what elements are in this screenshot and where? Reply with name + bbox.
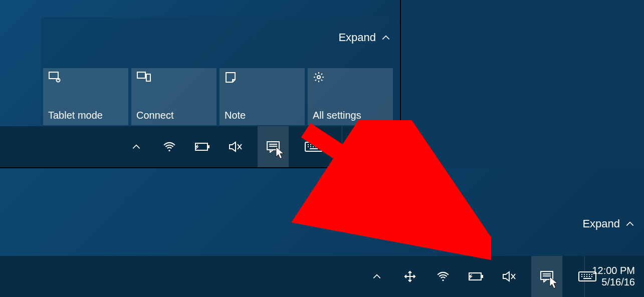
chevron-up-icon	[131, 142, 141, 152]
note-icon	[225, 71, 239, 85]
quick-action-tiles: Tablet mode Connect Note All settings	[43, 68, 393, 125]
expand-label: Expand	[338, 31, 376, 44]
tile-tablet-mode[interactable]: Tablet mode	[43, 68, 128, 125]
chevron-up-icon	[625, 219, 635, 229]
touch-keyboard-icon	[305, 142, 323, 152]
mouse-cursor-icon	[549, 276, 558, 289]
taskbar-clock-after[interactable]: 12:00 PM 5/16/16	[584, 256, 640, 297]
expand-label: Expand	[582, 217, 620, 230]
battery-button[interactable]	[465, 265, 487, 287]
clock-time: 11:07 AM	[349, 135, 392, 147]
taskbar-after: 12:00 PM 5/16/16	[0, 256, 644, 297]
tablet-mode-icon	[48, 71, 62, 85]
tile-label: Connect	[136, 110, 174, 121]
tile-connect[interactable]: Connect	[131, 68, 217, 125]
system-tray-after	[366, 256, 601, 297]
volume-muted-icon	[229, 141, 243, 153]
tile-note[interactable]: Note	[220, 68, 305, 125]
wifi-icon	[437, 270, 450, 283]
clock-date: 5/16/16	[358, 147, 392, 158]
tray-overflow-button[interactable]	[366, 265, 388, 287]
volume-muted-icon	[502, 270, 516, 282]
move-icon	[404, 270, 416, 282]
tile-label: All settings	[313, 110, 361, 121]
wifi-button[interactable]	[432, 265, 454, 287]
tile-label: Note	[225, 110, 246, 121]
touch-keyboard-button[interactable]	[300, 126, 328, 167]
move-button[interactable]	[399, 265, 421, 287]
battery-charging-icon	[469, 272, 484, 280]
action-center-panel: Expand Tablet mode Connect Note All sett…	[41, 17, 400, 127]
clock-time: 12:00 PM	[592, 265, 635, 276]
after-region: Expand 12:00 PM 5/16/16	[0, 168, 644, 297]
volume-button[interactable]	[498, 265, 520, 287]
connect-icon	[136, 71, 150, 85]
taskbar-clock-before[interactable]: 11:07 AM 5/16/16	[342, 126, 397, 167]
tile-all-settings[interactable]: All settings	[308, 68, 393, 125]
volume-button[interactable]	[225, 136, 247, 158]
battery-charging-icon	[195, 143, 210, 151]
gear-icon	[313, 71, 327, 85]
wifi-icon	[163, 140, 176, 153]
action-center-button[interactable]	[531, 256, 562, 297]
battery-button[interactable]	[191, 136, 213, 158]
mouse-cursor-icon	[276, 146, 285, 159]
expand-button[interactable]: Expand	[582, 217, 635, 230]
clock-date: 5/16/16	[601, 276, 635, 288]
tile-label: Tablet mode	[48, 110, 103, 121]
action-center-button[interactable]	[258, 126, 289, 167]
system-tray-before	[125, 126, 328, 167]
tray-overflow-button[interactable]	[125, 136, 147, 158]
taskbar-before: 11:07 AM 5/16/16	[0, 126, 401, 167]
expand-button[interactable]: Expand	[338, 31, 391, 44]
chevron-up-icon	[372, 271, 382, 281]
chevron-up-icon	[381, 33, 391, 43]
before-region: Expand Tablet mode Connect Note All sett…	[0, 0, 401, 168]
wifi-button[interactable]	[158, 136, 180, 158]
